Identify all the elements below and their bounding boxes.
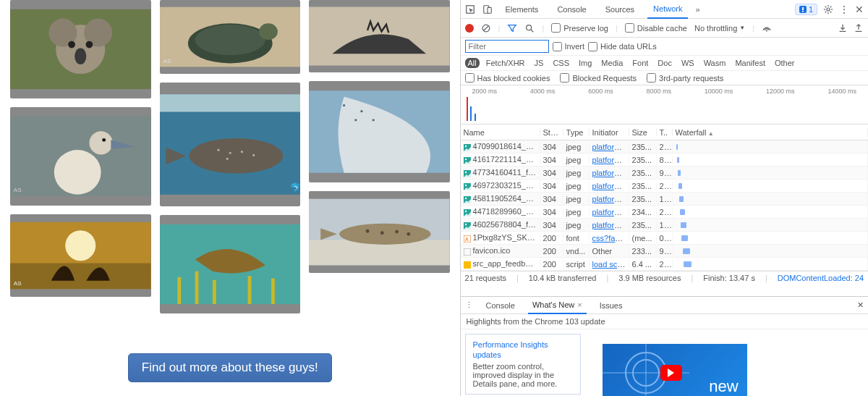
hide-data-urls-checkbox[interactable]: Hide data URLs: [588, 42, 657, 51]
type-fetchxhr[interactable]: Fetch/XHR: [483, 58, 528, 68]
type-doc[interactable]: Doc: [655, 58, 675, 68]
type-font[interactable]: Font: [629, 58, 651, 68]
type-ws[interactable]: WS: [678, 58, 697, 68]
issues-badge[interactable]: 1: [795, 4, 817, 15]
device-toggle-icon[interactable]: [482, 4, 493, 14]
svg-point-81: [464, 197, 466, 198]
search-icon[interactable]: [524, 23, 535, 33]
whatsnew-promo[interactable]: new: [603, 344, 747, 396]
third-party-checkbox[interactable]: 3rd-party requests: [647, 73, 723, 83]
import-har-icon[interactable]: [838, 23, 848, 33]
svg-point-77: [464, 171, 466, 172]
inspect-icon[interactable]: [465, 4, 475, 14]
type-wasm[interactable]: Wasm: [701, 58, 729, 68]
preserve-log-checkbox[interactable]: Preserve log: [551, 23, 608, 33]
svg-point-11: [102, 138, 106, 142]
animal-gallery: AS AS AS 🐬: [10, 0, 450, 313]
svg-point-8: [54, 150, 101, 195]
type-manifest[interactable]: Manifest: [732, 58, 768, 68]
more-tabs-icon[interactable]: »: [695, 5, 699, 14]
close-devtools-icon[interactable]: ✕: [855, 4, 864, 15]
svg-rect-54: [488, 7, 491, 13]
filter-input[interactable]: [465, 40, 549, 53]
gallery-tile-iguana[interactable]: [309, 0, 450, 72]
svg-line-66: [830, 6, 832, 7]
tab-elements[interactable]: Elements: [500, 0, 545, 19]
svg-point-49: [380, 231, 384, 235]
network-row[interactable]: 44718289960_e83...304jpegplatform...234.…: [461, 206, 868, 219]
svg-point-29: [252, 154, 255, 156]
svg-rect-14: [10, 264, 151, 290]
blocked-requests-checkbox[interactable]: Blocked Requests: [560, 73, 637, 83]
drawer-menu-icon[interactable]: ⋮: [465, 300, 473, 310]
gallery-tile-leopard-shark[interactable]: [309, 191, 450, 273]
drawer-tab-whatsnew[interactable]: What's New ×: [528, 297, 587, 314]
gallery-tile-sealions[interactable]: AS: [10, 214, 151, 297]
drawer-tab-issues[interactable]: Issues: [595, 297, 627, 314]
svg-point-28: [240, 151, 242, 153]
svg-line-63: [825, 6, 827, 7]
gallery-tile-whale-shark[interactable]: 🐬: [160, 83, 301, 206]
tab-console[interactable]: Console: [551, 0, 592, 19]
find-out-more-button[interactable]: Find out more about these guys!: [128, 353, 332, 382]
devtools-tabbar: Elements Console Sources Network » 1 ⋮ ✕: [461, 0, 868, 19]
network-timeline[interactable]: 2000 ms4000 ms6000 ms8000 ms10000 ms1200…: [461, 85, 868, 125]
clear-icon[interactable]: [481, 23, 491, 33]
svg-text:🐬: 🐬: [289, 182, 300, 193]
network-row[interactable]: 45811905264_be3...304jpegplatform...235.…: [461, 193, 868, 206]
type-other[interactable]: Other: [772, 58, 798, 68]
timeline-ticks: 2000 ms4000 ms6000 ms8000 ms10000 ms1200…: [461, 88, 868, 95]
svg-point-19: [195, 25, 265, 55]
svg-point-46: [339, 224, 430, 245]
gallery-tile-manta[interactable]: [309, 81, 450, 182]
type-img[interactable]: Img: [576, 58, 595, 68]
record-icon[interactable]: [465, 24, 474, 33]
type-js[interactable]: JS: [532, 58, 547, 68]
svg-point-9: [89, 131, 112, 154]
type-all[interactable]: All: [465, 58, 480, 68]
drawer-tab-console[interactable]: Console: [482, 297, 519, 314]
tab-sources[interactable]: Sources: [600, 0, 640, 19]
svg-point-5: [86, 41, 93, 49]
blocked-cookies-checkbox[interactable]: Has blocked cookies: [465, 73, 550, 83]
timeline-plot: [467, 97, 865, 121]
type-css[interactable]: CSS: [550, 58, 572, 68]
network-row[interactable]: 46025678804_fb8c...304jpegplatform...235…: [461, 219, 868, 232]
network-conditions-icon[interactable]: [762, 23, 772, 33]
type-media[interactable]: Media: [598, 58, 626, 68]
network-row[interactable]: 47099018614_5a6...304jpegplatform...235.…: [461, 140, 868, 153]
gallery-tile-booby[interactable]: AS: [10, 107, 151, 206]
gallery-col: AS 🐬: [160, 0, 301, 313]
play-icon[interactable]: [660, 365, 682, 381]
disable-cache-checkbox[interactable]: Disable cache: [625, 23, 687, 33]
gallery-tile-koala[interactable]: [10, 0, 151, 98]
settings-gear-icon[interactable]: [823, 4, 833, 14]
kebab-menu-icon[interactable]: ⋮: [839, 4, 849, 15]
network-row[interactable]: A1Ptxg8zYS_SKggP...200fontcss?fam...(me.…: [461, 232, 868, 245]
svg-point-43: [354, 119, 357, 121]
gallery-tile-tortoise[interactable]: AS: [160, 0, 301, 74]
invert-checkbox[interactable]: Invert: [553, 42, 585, 51]
svg-point-24: [189, 138, 283, 174]
network-row[interactable]: 41617221114_4d5...304jpegplatform...235.…: [461, 153, 868, 167]
network-row[interactable]: 46972303215_793...304jpegplatform...235.…: [461, 180, 868, 193]
network-table-header[interactable]: Name Stat.. Type Initiator Size T.. Wate…: [461, 125, 868, 140]
network-row[interactable]: 47734160411_f2b6...304jpegplatform...235…: [461, 167, 868, 180]
network-row[interactable]: favicon.ico200vnd...Other233...9...: [461, 245, 868, 258]
close-drawer-icon[interactable]: ✕: [857, 300, 864, 310]
gallery-col: [309, 0, 450, 313]
throttling-select[interactable]: No throttling ▼: [694, 24, 745, 33]
gallery-tile-seadragon[interactable]: [160, 215, 301, 313]
svg-text:AS: AS: [163, 58, 171, 64]
tab-network[interactable]: Network: [647, 0, 688, 19]
close-whatsnew-icon[interactable]: ×: [577, 300, 582, 309]
svg-line-68: [483, 25, 488, 30]
svg-point-30: [226, 158, 228, 160]
filter-icon[interactable]: [507, 23, 517, 33]
export-har-icon[interactable]: [854, 23, 864, 33]
svg-line-65: [825, 11, 827, 12]
whatsnew-card[interactable]: Performance Insights updates Better zoom…: [465, 334, 581, 395]
devtools-panel: Elements Console Sources Network » 1 ⋮ ✕…: [460, 0, 868, 396]
gallery-col: AS AS: [10, 0, 151, 313]
network-row[interactable]: src_app_feedback-...200scriptload scri..…: [461, 258, 868, 271]
